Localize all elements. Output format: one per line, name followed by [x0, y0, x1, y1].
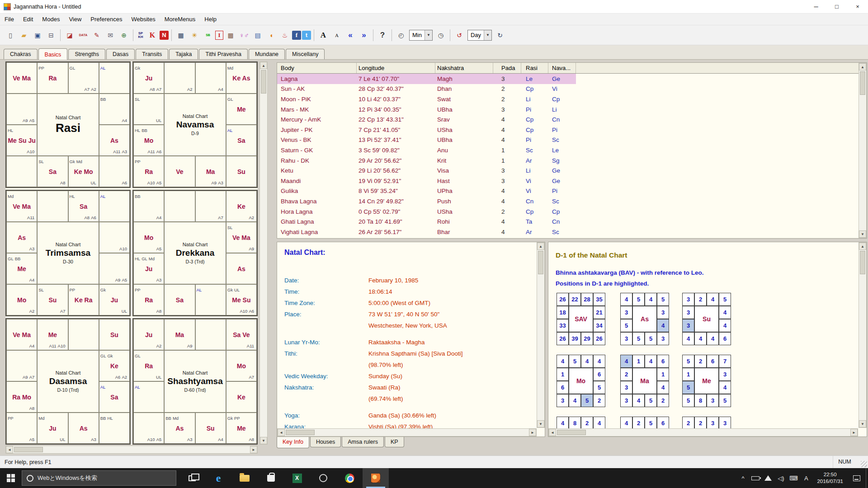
print-icon[interactable]: ⊟ [45, 29, 57, 42]
excel-icon[interactable]: X [284, 468, 310, 488]
table-grid-icon[interactable]: ▦ [175, 29, 187, 42]
scroll-arrow-down-icon[interactable]: ▼ [859, 420, 866, 427]
table-row-mercury-amk[interactable]: Mercury - AmK22 Cp 13' 43.31"Srav4CpCn [277, 114, 576, 125]
scroll-thumb[interactable] [286, 430, 315, 435]
table-row-saturn-gk[interactable]: Saturn - GK3 Sc 59' 09.82"Anu1ScLe [277, 145, 576, 155]
scroll-thumb[interactable] [860, 71, 865, 95]
scroll-arrow-right-icon[interactable]: ► [529, 429, 536, 436]
star-icon[interactable]: ✳ [188, 29, 201, 42]
network-icon[interactable] [762, 468, 774, 488]
table-row-venus-bk[interactable]: Venus - BK13 Pi 52' 37.41"UBha4PiSc [277, 135, 576, 145]
sub-tab-houses[interactable]: Houses [310, 437, 341, 447]
time-forward-icon[interactable]: ↻ [494, 29, 506, 42]
interpretation-icon[interactable]: I [215, 31, 223, 40]
menu-preferences[interactable]: Preferences [86, 14, 127, 25]
scroll-thumb[interactable] [14, 447, 43, 452]
table-row-lagna[interactable]: Lagna7 Le 41' 07.70"Magh3LeGe [277, 74, 576, 84]
sp-kh-icon[interactable]: SP KH [136, 29, 145, 42]
clock-icon[interactable]: ◷ [434, 29, 447, 42]
menu-websites[interactable]: Websites [127, 14, 160, 25]
scroll-arrow-up-icon[interactable]: ▲ [260, 62, 267, 69]
minimize-button[interactable]: ─ [806, 0, 826, 13]
help-icon[interactable]: ? [376, 29, 389, 42]
chart-rasi[interactable]: Ve MaPPRaGLA7A2ALA9A5BBA4HLMe Su JuA10As… [5, 61, 131, 188]
taskbar-clock[interactable]: 22:50 2016/07/31 [812, 471, 848, 485]
data-icon[interactable]: DATA [77, 29, 90, 42]
store-icon[interactable] [258, 468, 284, 488]
sb-icon[interactable]: SB [202, 29, 214, 42]
menu-edit[interactable]: Edit [19, 14, 38, 25]
scroll-thumb[interactable] [538, 251, 543, 274]
sub-tab-key-info[interactable]: Key Info [277, 437, 309, 448]
font-larger-icon[interactable]: A [317, 29, 330, 42]
scroll-arrow-left-icon[interactable]: ◄ [278, 429, 285, 436]
bav-hscroll[interactable]: ◄► [548, 428, 858, 436]
sub-tab-amsa-rulers[interactable]: Amsa rulers [342, 437, 384, 447]
table-row-sun-ak[interactable]: Sun - AK28 Cp 32' 40.37"Dhan2CpVi [277, 84, 576, 94]
action-center-icon[interactable] [848, 468, 866, 488]
compatibility-icon[interactable]: ♀♂ [238, 29, 250, 42]
chart-trimsamsa[interactable]: MdVe MaA11HLSaA8A6ALAsA3A10GLBBMeA4A9A5M… [5, 190, 131, 316]
font-smaller-icon[interactable]: A [330, 29, 343, 42]
table-vscroll[interactable]: ▲▼ [859, 63, 867, 238]
scroll-arrow-left-icon[interactable]: ◄ [6, 446, 13, 453]
menu-modes[interactable]: Modes [38, 14, 64, 25]
tab-strengths[interactable]: Strengths [68, 49, 105, 59]
prev-chart-icon[interactable]: « [344, 29, 357, 42]
scroll-thumb[interactable] [557, 430, 586, 435]
table-row-mars-mk[interactable]: Mars - MK12 Pi 34' 00.35"UBha3PiLi [277, 104, 576, 115]
k-icon[interactable]: K [146, 29, 159, 42]
jhora-icon[interactable] [363, 468, 389, 488]
table-row-gulika[interactable]: Gulika8 Vi 59' 35.24"UPha4ViPi [277, 186, 576, 197]
chart-edit-icon[interactable]: ◪ [63, 29, 76, 42]
hidden-icons-icon[interactable]: ^ [736, 468, 749, 488]
scroll-arrow-down-icon[interactable]: ▼ [537, 420, 544, 427]
volume-icon[interactable]: ◁) [774, 468, 787, 488]
birth-time-icon[interactable]: ◴ [395, 29, 407, 42]
tab-miscellany[interactable]: Miscellany [286, 49, 325, 59]
scroll-arrow-down-icon[interactable]: ▼ [260, 437, 267, 444]
save-icon[interactable]: ▣ [31, 29, 44, 42]
menu-moremenus[interactable]: MoreMenus [160, 14, 200, 25]
scroll-arrow-right-icon[interactable]: ► [250, 446, 257, 453]
dropdown-arrow-icon[interactable]: ▼ [425, 30, 432, 40]
tab-transits[interactable]: Transits [136, 49, 168, 59]
maximize-button[interactable]: □ [826, 0, 847, 13]
scroll-arrow-up-icon[interactable]: ▲ [859, 63, 866, 70]
scroll-arrow-left-icon[interactable]: ◄ [549, 429, 556, 436]
tab-tajaka[interactable]: Tajaka [169, 49, 198, 59]
resize-grip[interactable] [861, 461, 867, 467]
edge-icon[interactable]: e [205, 468, 231, 488]
scroll-thumb[interactable] [860, 251, 865, 274]
natal-hscroll[interactable]: ◄► [277, 428, 537, 436]
tab-chakras[interactable]: Chakras [4, 49, 38, 59]
start-button[interactable] [0, 468, 22, 488]
new-file-icon[interactable]: ▯ [4, 29, 17, 42]
charts-vscroll[interactable]: ▲▼ [259, 61, 268, 445]
tab-tithi-pravesha[interactable]: Tithi Pravesha [199, 49, 247, 59]
table-row-vighati-lagna[interactable]: Vighati Lagna26 Ar 28' 56.17"Bhar4ArSc [277, 227, 576, 237]
scroll-arrow-up-icon[interactable]: ▲ [859, 243, 866, 250]
table-row-hora-lagna[interactable]: Hora Lagna0 Cp 55' 02.79"USha2CpCp [277, 206, 576, 217]
bav-vscroll[interactable]: ▲▼ [859, 242, 867, 428]
ime-mode-icon[interactable]: A [800, 468, 812, 488]
day-dropdown[interactable]: Day▼ [467, 30, 492, 41]
show-desktop-strip[interactable] [866, 468, 868, 488]
twitter-icon[interactable]: t [302, 31, 311, 40]
table-row-jupiter-pk[interactable]: Jupiter - PK7 Cp 21' 41.05"USha4CpPi [277, 125, 576, 135]
close-button[interactable]: × [847, 0, 868, 13]
menu-view[interactable]: View [64, 14, 86, 25]
chart-dasamsa[interactable]: Ve MaA4MeA11A10SuA9A7GLGkKeA6A2Ra MoA8AL… [5, 318, 131, 445]
tab-dasas[interactable]: Dasas [106, 49, 135, 59]
table-row-rahu-dk[interactable]: Rahu - DK29 Ar 20' 56.62"Krit1ArSg [277, 155, 576, 166]
grid-color-icon[interactable]: ▩ [224, 29, 237, 42]
charts-hscroll[interactable]: ◄► [5, 446, 258, 454]
chrome-icon[interactable] [336, 468, 363, 488]
table-row-ketu[interactable]: Ketu29 Li 20' 56.62"Visa3LiGe [277, 165, 576, 176]
facebook-icon[interactable]: f [292, 31, 301, 40]
scroll-thumb[interactable] [261, 70, 266, 94]
keyboard-icon[interactable]: ⌨ [787, 468, 800, 488]
menu-file[interactable]: File [0, 14, 19, 25]
mail-transfer-icon[interactable]: ✉ [104, 29, 117, 42]
task-view-icon[interactable] [179, 468, 205, 488]
